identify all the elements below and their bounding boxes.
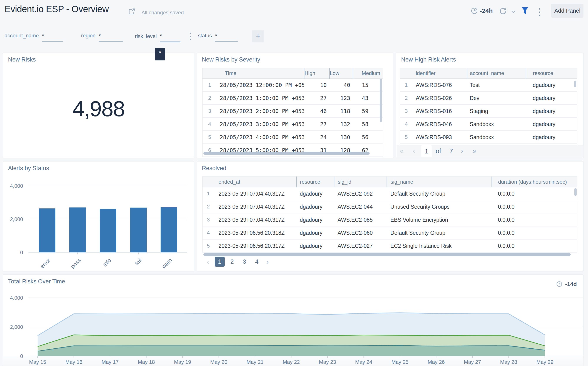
prev-page-icon[interactable]: ‹ <box>413 146 415 155</box>
table-cell: 123 <box>329 92 353 105</box>
filter-label: risk_level <box>135 33 157 42</box>
horizontal-scrollbar[interactable] <box>204 152 370 155</box>
table-cell: Default Security Group <box>387 226 492 239</box>
svg-text:May 21: May 21 <box>246 359 264 365</box>
vertical-scrollbar[interactable] <box>574 81 576 87</box>
svg-text:fail: fail <box>133 257 143 266</box>
panel-resolved: Resolved ended_at resource sig_id sig_na… <box>197 161 583 271</box>
table-cell: 130 <box>329 131 353 144</box>
table-cell: 0:0:0:0 <box>492 226 577 239</box>
table-cell: 58 <box>353 118 383 131</box>
table-cell: dgadoury <box>526 144 577 145</box>
svg-text:May 24: May 24 <box>355 359 372 365</box>
page-button[interactable]: 3 <box>240 257 249 267</box>
share-icon[interactable] <box>128 8 135 16</box>
account-name-input[interactable]: * <box>42 32 63 42</box>
filter-control-account-name: account_name * <box>5 32 63 42</box>
table-row: 228/05/2023 1:00:00 PM +05302712343 <box>203 92 383 105</box>
svg-text:May 15: May 15 <box>29 359 46 365</box>
next-page-icon[interactable]: › <box>266 258 269 266</box>
table-clip: identifier account_name resource 1AWS:RD… <box>400 68 578 145</box>
first-page-icon[interactable]: « <box>400 146 404 155</box>
status-input[interactable]: * <box>215 32 238 42</box>
table-row: 528/05/2023 4:00:00 PM +05302413056 <box>203 131 383 144</box>
svg-text:May 22: May 22 <box>283 359 300 365</box>
panel-new-risks: New Risks 4,988 <box>3 53 194 158</box>
table-cell: dgadoury <box>297 226 334 239</box>
table-cell: AWS:EC2-092 <box>334 187 387 200</box>
table-cell: 132 <box>329 118 353 131</box>
chevron-down-icon[interactable] <box>511 10 516 14</box>
svg-text:May 28: May 28 <box>500 359 517 365</box>
filter-funnel-icon[interactable] <box>521 6 529 16</box>
table-cell: 2023-05-29T06:56:20.317Z <box>214 239 297 252</box>
clock-icon[interactable] <box>471 7 478 15</box>
pagination-bar: ‹ 1234 › <box>197 257 583 268</box>
svg-text:0: 0 <box>20 353 23 359</box>
table-cell: AWS:RDS-093 <box>413 131 467 144</box>
filter-label: account_name <box>5 33 39 42</box>
add-panel-button[interactable]: Add Panel <box>551 4 583 18</box>
table-cell: 0:0:0:0 <box>492 187 577 200</box>
page-button-active[interactable]: 1 <box>215 257 225 267</box>
column-header[interactable]: High <box>304 68 329 79</box>
table-cell: Sandboxx <box>467 131 526 144</box>
table-cell: AWS:RDS-046 <box>413 118 467 131</box>
table-cell: dgadoury <box>526 79 577 92</box>
filter-label: status <box>198 33 212 42</box>
page-title: Evident.io ESP - Overview <box>5 4 109 14</box>
column-header[interactable]: Time <box>217 68 304 79</box>
horizontal-scrollbar[interactable] <box>204 253 571 256</box>
prev-page-icon[interactable]: ‹ <box>207 258 209 266</box>
region-input[interactable]: * <box>99 32 123 42</box>
time-range-label[interactable]: -24h <box>480 8 493 15</box>
column-header[interactable]: Low <box>329 68 353 79</box>
table-cell: 28/05/2023 5:00:00 PM +0530 <box>217 144 304 157</box>
filter-control-status: status * <box>198 32 238 42</box>
pagination-bar: « ‹ 1 of 7 › » <box>397 145 583 158</box>
table-row: 32023-05-29T07:04:40.317ZdgadouryAWS:EC2… <box>203 213 577 226</box>
column-header[interactable]: sig_name <box>387 177 492 187</box>
risk-level-input[interactable]: * <box>160 32 180 42</box>
column-header[interactable]: duration (days:hours:min:sec) <box>492 177 577 187</box>
table-cell: Dev <box>467 92 526 105</box>
resolved-table: ended_at resource sig_id sig_name durati… <box>202 176 577 252</box>
table-cell: EBS Volume Encryption <box>387 213 492 226</box>
high-risk-table: identifier account_name resource 1AWS:RD… <box>400 68 577 145</box>
table-cell: 43 <box>353 92 383 105</box>
table-cell: 28/05/2023 2:00:00 PM +0530 <box>217 105 304 118</box>
page-button[interactable]: 4 <box>252 257 262 267</box>
svg-text:error: error <box>39 257 51 269</box>
table-row: 2AWS:RDS-026Devdgadoury <box>400 92 577 105</box>
column-header[interactable]: resource <box>526 68 577 79</box>
page-button[interactable]: 2 <box>227 257 237 267</box>
filter-drag-handle-icon[interactable] <box>190 33 191 40</box>
table-cell: 15 <box>353 79 383 92</box>
filter-control-region: region * <box>81 32 123 42</box>
table-cell: AWS:RDS-016 <box>413 105 467 118</box>
suggestion-popup[interactable]: * <box>155 48 165 61</box>
vertical-scrollbar[interactable] <box>380 79 382 122</box>
column-header[interactable]: identifier <box>413 68 467 79</box>
current-page-input[interactable]: 1 <box>421 145 432 157</box>
column-header[interactable]: resource <box>297 177 334 187</box>
column-header[interactable]: ended_at <box>214 177 297 187</box>
table-cell: AWS:EC2-044 <box>334 200 387 213</box>
svg-text:May 25: May 25 <box>391 359 408 365</box>
next-page-icon[interactable]: › <box>461 146 463 155</box>
last-page-icon[interactable]: » <box>472 146 476 155</box>
table-cell: EC2 Single Instance Risk <box>387 239 492 252</box>
table-cell: 28/05/2023 1:00:00 PM +0530 <box>217 92 304 105</box>
kebab-menu-icon[interactable] <box>539 8 540 16</box>
column-header[interactable]: Medium <box>353 68 383 79</box>
refresh-icon[interactable] <box>499 7 507 16</box>
add-filter-button[interactable]: + <box>252 30 264 42</box>
table-cell: Unused Security Groups <box>387 200 492 213</box>
autosave-status: All changes saved <box>142 10 184 16</box>
column-header[interactable]: account_name <box>467 68 526 79</box>
table-cell: 0:0:0:0 <box>492 239 577 252</box>
panel-time-range: -14d <box>565 281 577 288</box>
column-header[interactable]: sig_id <box>334 177 387 187</box>
vertical-scrollbar[interactable] <box>574 188 577 196</box>
svg-text:0: 0 <box>20 250 23 255</box>
